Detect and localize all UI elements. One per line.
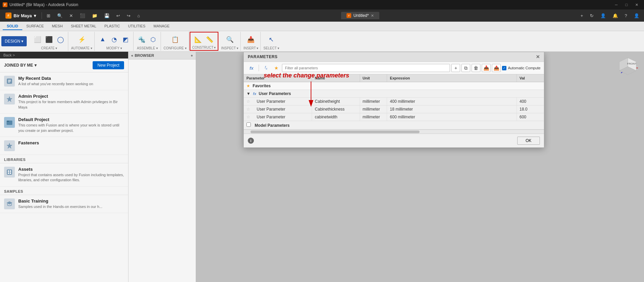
chamfer-btn[interactable]: ◩ (120, 35, 131, 44)
save-icon[interactable]: 💾 (102, 12, 112, 20)
tab-surface[interactable]: SURFACE (22, 23, 48, 30)
tab-sheet-metal[interactable]: SHEET METAL (67, 23, 100, 30)
fx-button[interactable]: fx (247, 64, 256, 72)
svg-marker-4 (7, 96, 12, 102)
list-item[interactable]: Basic Training Samples used in the Hands… (0, 195, 128, 213)
row-unit: millimeter (360, 113, 387, 121)
tab-mesh[interactable]: MESH (48, 23, 67, 30)
back-link[interactable]: Back > (3, 53, 15, 57)
app-logo[interactable]: F Bir Maya ▾ (3, 11, 39, 20)
construct-label[interactable]: CONSTRUCT ▾ (192, 46, 216, 49)
fillet-btn[interactable]: ◔ (109, 35, 120, 44)
create-sketch-btn[interactable]: ⬜ (32, 35, 43, 44)
insert-label[interactable]: INSERT ▾ (243, 46, 258, 50)
list-item[interactable]: Admin Project This project is for team m… (0, 90, 128, 114)
list-item[interactable]: My Recent Data A list of what you've rec… (0, 72, 128, 90)
browser-close-icon[interactable]: ● (191, 53, 193, 58)
add-tab-icon[interactable]: + (578, 12, 585, 20)
inspect-label[interactable]: INSPECT ▾ (221, 46, 238, 50)
tab-solid[interactable]: SOLID (3, 23, 22, 30)
star-empty-icon[interactable]: ☆ (246, 99, 250, 104)
joint-btn[interactable]: 🔩 (136, 35, 147, 44)
filter-input[interactable] (282, 64, 450, 72)
horizontal-scrollbar[interactable] (244, 130, 544, 134)
table-row[interactable]: ☆ User Parameter cabinetwidth millimeter… (244, 113, 544, 121)
star-empty-icon[interactable]: ☆ (246, 107, 250, 112)
modify-label[interactable]: MODIFY ▾ (106, 46, 122, 50)
search-icon[interactable]: 🔍 (55, 12, 65, 20)
export-button[interactable]: 📤 (492, 64, 501, 72)
libraries-section-header: LIBRARIES (0, 155, 128, 163)
project-name: Assets (18, 167, 124, 172)
home-icon[interactable]: ⌂ (135, 12, 142, 20)
joined-label[interactable]: JOINED BY ME ▾ (4, 63, 37, 68)
star-empty-icon[interactable]: ☆ (246, 115, 250, 119)
dialog-close-button[interactable]: ✕ (536, 54, 540, 60)
undo-icon[interactable]: ↩ (114, 12, 122, 20)
tab-plastic[interactable]: PLASTIC (100, 23, 124, 30)
tab-utilities[interactable]: UTILITIES (124, 23, 149, 30)
redo-icon[interactable]: ↪ (125, 12, 133, 20)
ok-button[interactable]: OK (517, 137, 540, 145)
row-name: Cabinethickness (312, 105, 360, 113)
minimize-button[interactable]: ─ (612, 1, 621, 8)
user-icon[interactable]: 👤 (598, 12, 608, 20)
col-parameter: Parameter (244, 74, 312, 82)
close-icon[interactable]: ✕ (67, 12, 75, 20)
sync-icon[interactable]: ↻ (588, 12, 596, 20)
table-row: ★ Favorites (244, 82, 544, 90)
automate-btn[interactable]: ⚡ (76, 35, 87, 44)
scrollbar-thumb[interactable] (251, 131, 420, 133)
help-icon[interactable]: ? (623, 12, 629, 20)
midplane-btn[interactable]: 📏 (204, 35, 215, 44)
assemble-label[interactable]: ASSEMBLE ▾ (137, 46, 158, 50)
select-label[interactable]: SELECT ▾ (263, 46, 279, 50)
extrude-btn[interactable]: ⬛ (44, 35, 54, 44)
select-btn[interactable]: ↖ (266, 35, 277, 44)
star-button[interactable]: ★ (272, 64, 281, 72)
fx2-button[interactable]: fx (262, 64, 270, 72)
configure-btn[interactable]: 📋 (170, 35, 181, 44)
account-icon[interactable]: 👤 (632, 12, 641, 20)
open-icon[interactable]: 📁 (90, 12, 99, 20)
copy-button[interactable]: ⧉ (461, 64, 470, 72)
project-name: My Recent Data (18, 76, 124, 81)
design-button[interactable]: DESIGN ▾ (1, 36, 27, 46)
revolve-btn[interactable]: ◯ (55, 35, 66, 44)
bell-icon[interactable]: 🔔 (611, 12, 620, 20)
browser-back-icon[interactable]: « (131, 53, 133, 57)
apps-icon[interactable]: ⬛ (78, 12, 87, 20)
model-params-section[interactable]: Model Parameters (244, 121, 544, 130)
add-button[interactable]: + (451, 64, 460, 72)
table-row[interactable]: ☆ User Parameter Cabinetheight millimete… (244, 98, 544, 105)
delete-button[interactable]: 🗑 (472, 64, 480, 72)
press-pull-btn[interactable]: ▲ (97, 35, 108, 44)
create-label[interactable]: CREATE ▾ (41, 46, 57, 50)
list-item[interactable]: Default Project This comes with Fusion a… (0, 114, 128, 137)
rigid-btn[interactable]: ⬡ (148, 35, 159, 44)
import-button[interactable]: 📥 (482, 64, 491, 72)
table-row[interactable]: ☆ User Parameter Cabinethickness millime… (244, 105, 544, 113)
grid-icon[interactable]: ⊞ (45, 12, 52, 20)
model-params-checkbox[interactable] (246, 122, 251, 127)
project-desc: This comes with Fusion and is where your… (18, 123, 124, 133)
doc-close[interactable]: ✕ (371, 14, 374, 18)
new-project-button[interactable]: New Project (93, 61, 124, 69)
project-name: Admin Project (18, 94, 124, 99)
svg-rect-10 (10, 170, 11, 172)
assets-icon (4, 167, 15, 178)
close-button[interactable]: ✕ (632, 1, 641, 8)
auto-compute-checkbox[interactable]: ✓ (502, 66, 506, 70)
insert-btn[interactable]: 📥 (245, 35, 256, 44)
list-item[interactable]: Fasteners (0, 137, 128, 155)
configure-label[interactable]: CONFIGURE ▾ (164, 46, 187, 50)
inspect-btn[interactable]: 🔍 (224, 35, 235, 44)
doc-tab[interactable]: F Untitled* ✕ (341, 12, 379, 19)
project-name: Basic Training (18, 198, 124, 204)
list-item[interactable]: Assets Project that contains assets used… (0, 163, 128, 187)
user-params-section[interactable]: ▼ fx User Parameters (244, 90, 544, 98)
automate-label[interactable]: AUTOMATE ▾ (71, 46, 92, 50)
offset-plane-btn[interactable]: 📐 (193, 35, 204, 44)
maximize-button[interactable]: □ (622, 1, 631, 8)
tab-manage[interactable]: MANAGE (149, 23, 174, 30)
